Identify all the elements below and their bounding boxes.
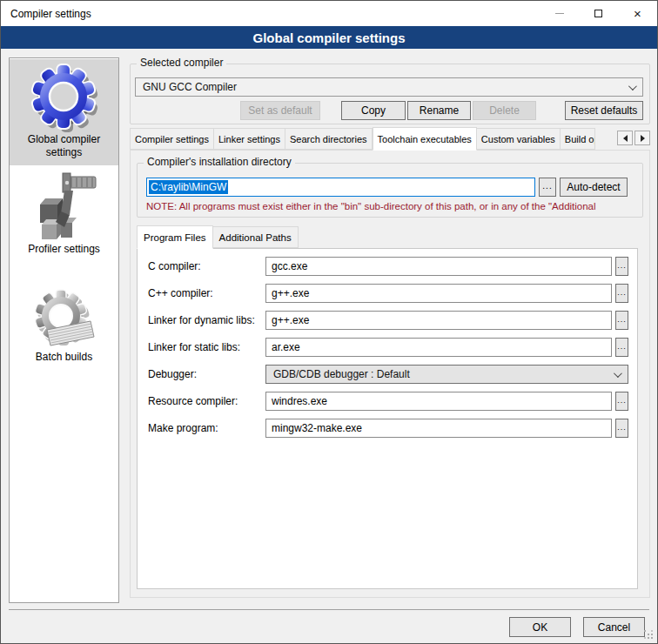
dynamic-linker-label: Linker for dynamic libs: bbox=[148, 314, 265, 326]
tab-compiler-settings[interactable]: Compiler settings bbox=[130, 128, 214, 150]
copy-button[interactable]: Copy bbox=[341, 101, 406, 120]
debugger-label: Debugger: bbox=[148, 368, 265, 380]
compiler-settings-dialog: Compiler settings × Global compiler sett… bbox=[0, 0, 658, 644]
compiler-select[interactable]: GNU GCC Compiler bbox=[135, 77, 643, 97]
rename-button[interactable]: Rename bbox=[407, 101, 471, 120]
tab-linker-settings[interactable]: Linker settings bbox=[214, 128, 285, 150]
tab-search-directories[interactable]: Search directories bbox=[285, 128, 373, 150]
set-as-default-button: Set as default bbox=[240, 101, 320, 120]
dialog-footer: OK Cancel bbox=[9, 609, 649, 637]
settings-tabs: Compiler settings Linker settings Search… bbox=[130, 126, 650, 150]
make-program-row: Make program: ... bbox=[148, 419, 628, 438]
tab-additional-paths[interactable]: Additional Paths bbox=[213, 226, 299, 248]
page-title: Global compiler settings bbox=[1, 26, 657, 49]
static-linker-label: Linker for static libs: bbox=[148, 341, 265, 353]
installation-directory-browse-button[interactable]: ... bbox=[539, 178, 556, 197]
compiler-select-value: GNU GCC Compiler bbox=[143, 81, 628, 93]
resource-compiler-row: Resource compiler: ... bbox=[148, 392, 628, 411]
resize-grip-icon[interactable] bbox=[644, 630, 646, 632]
window-controls: × bbox=[540, 1, 657, 26]
sidebar-item-batch-builds[interactable]: Batch builds bbox=[10, 285, 118, 370]
paths-tabs: Program Files Additional Paths bbox=[137, 225, 638, 248]
sidebar-item-label: Profiler settings bbox=[28, 243, 100, 256]
sidebar-item-label: Global compiler settings bbox=[11, 133, 117, 159]
sidebar-item-label: Batch builds bbox=[36, 351, 92, 364]
resource-compiler-browse-button[interactable]: ... bbox=[615, 392, 628, 411]
c-compiler-label: C compiler: bbox=[148, 260, 265, 272]
static-linker-browse-button[interactable]: ... bbox=[615, 338, 628, 357]
sidebar-item-profiler-settings[interactable]: Profiler settings bbox=[10, 167, 118, 262]
installation-directory-value: C:\raylib\MinGW bbox=[149, 180, 228, 194]
installation-directory-row: C:\raylib\MinGW ... Auto-detect bbox=[146, 178, 628, 197]
tab-custom-variables[interactable]: Custom variables bbox=[477, 128, 561, 150]
delete-button: Delete bbox=[473, 101, 536, 120]
selected-compiler-group: Selected compiler GNU GCC Compiler Set a… bbox=[130, 64, 650, 124]
footer-buttons: OK Cancel bbox=[9, 610, 649, 637]
make-program-input[interactable] bbox=[265, 419, 612, 438]
maximize-icon bbox=[594, 10, 602, 17]
titlebar: Compiler settings × bbox=[1, 1, 657, 26]
cpp-compiler-browse-button[interactable]: ... bbox=[615, 284, 628, 303]
gray-gear-stack-icon bbox=[30, 288, 99, 351]
arrow-left-icon bbox=[623, 135, 628, 142]
minimize-icon bbox=[555, 13, 564, 14]
debugger-select-value: GDB/CDB debugger : Default bbox=[273, 368, 614, 380]
chevron-down-icon bbox=[614, 369, 622, 378]
selected-compiler-label: Selected compiler bbox=[137, 57, 226, 69]
cpp-compiler-row: C++ compiler: ... bbox=[148, 284, 628, 303]
minimize-button[interactable] bbox=[540, 1, 579, 26]
installation-directory-label: Compiler's installation directory bbox=[144, 156, 295, 168]
cpp-compiler-input[interactable] bbox=[265, 284, 612, 303]
bin-subdirectory-note: NOTE: All programs must exist either in … bbox=[146, 201, 628, 211]
compiler-actions: Set as default Copy Rename Delete Reset … bbox=[135, 101, 643, 120]
installation-directory-group: Compiler's installation directory C:\ray… bbox=[137, 163, 643, 218]
close-button[interactable]: × bbox=[618, 1, 657, 26]
reset-defaults-button[interactable]: Reset defaults bbox=[565, 101, 643, 120]
caliper-icon bbox=[30, 170, 99, 243]
chevron-down-icon bbox=[628, 82, 637, 91]
arrow-right-icon bbox=[641, 135, 645, 142]
dynamic-linker-browse-button[interactable]: ... bbox=[615, 311, 628, 330]
tab-build-options[interactable]: Build options bbox=[561, 128, 595, 150]
static-linker-row: Linker for static libs: ... bbox=[148, 338, 628, 357]
resource-compiler-label: Resource compiler: bbox=[148, 395, 265, 407]
make-program-browse-button[interactable]: ... bbox=[615, 419, 628, 438]
window-title: Compiler settings bbox=[1, 8, 91, 20]
program-files-panel: C compiler: ... C++ compiler: ... Linker… bbox=[137, 248, 638, 589]
maximize-button[interactable] bbox=[579, 1, 618, 26]
tab-program-files[interactable]: Program Files bbox=[137, 225, 213, 249]
c-compiler-input[interactable] bbox=[265, 257, 612, 276]
settings-category-list: Global compiler settings bbox=[9, 57, 119, 603]
c-compiler-browse-button[interactable]: ... bbox=[615, 257, 628, 276]
cpp-compiler-label: C++ compiler: bbox=[148, 287, 265, 299]
sidebar-item-global-compiler-settings[interactable]: Global compiler settings bbox=[10, 59, 118, 165]
tab-scroll-right-button[interactable] bbox=[634, 131, 650, 145]
dialog-body: Global compiler settings bbox=[1, 49, 657, 603]
cancel-button[interactable]: Cancel bbox=[583, 617, 645, 637]
make-program-label: Make program: bbox=[148, 422, 265, 434]
resource-compiler-input[interactable] bbox=[265, 392, 612, 411]
blue-gear-icon bbox=[30, 62, 99, 133]
close-icon: × bbox=[634, 7, 641, 20]
tab-scroll-arrows bbox=[617, 131, 650, 145]
debugger-select[interactable]: GDB/CDB debugger : Default bbox=[265, 365, 628, 384]
c-compiler-row: C compiler: ... bbox=[148, 257, 628, 276]
tab-scroll-left-button[interactable] bbox=[617, 131, 633, 145]
debugger-row: Debugger: GDB/CDB debugger : Default bbox=[148, 365, 628, 384]
static-linker-input[interactable] bbox=[265, 338, 612, 357]
auto-detect-button[interactable]: Auto-detect bbox=[560, 178, 628, 197]
ok-button[interactable]: OK bbox=[509, 617, 571, 637]
main-panel: Selected compiler GNU GCC Compiler Set a… bbox=[130, 57, 650, 603]
tab-toolchain-executables[interactable]: Toolchain executables bbox=[373, 127, 477, 151]
toolchain-executables-panel: Compiler's installation directory C:\ray… bbox=[130, 150, 650, 598]
dynamic-linker-row: Linker for dynamic libs: ... bbox=[148, 311, 628, 330]
dynamic-linker-input[interactable] bbox=[265, 311, 612, 330]
installation-directory-input[interactable]: C:\raylib\MinGW bbox=[146, 178, 535, 197]
